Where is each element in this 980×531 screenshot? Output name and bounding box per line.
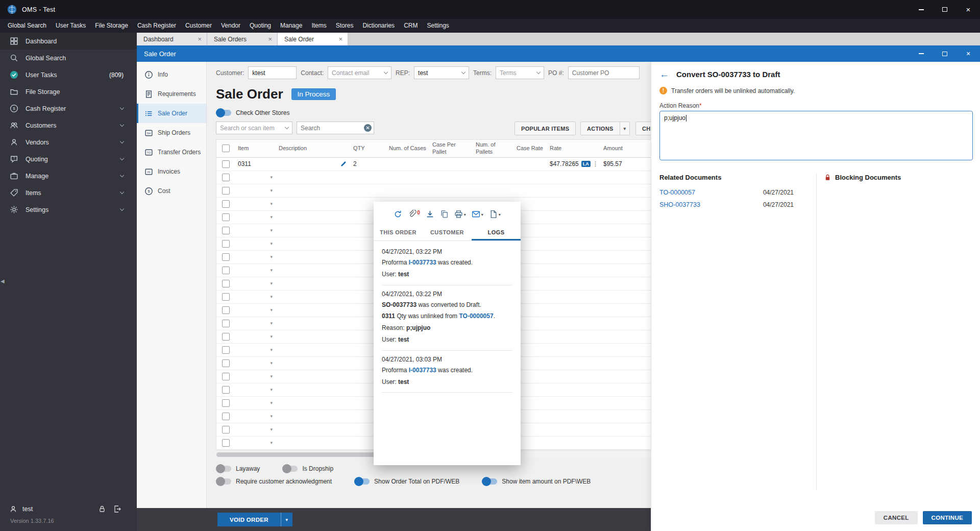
row-checkbox[interactable] (222, 359, 230, 367)
item-select-cell[interactable]: ▾ (235, 410, 276, 423)
chevron-down-icon[interactable]: ▾ (270, 400, 273, 405)
nav-item-cost[interactable]: $ Cost (137, 181, 206, 201)
item-select-cell[interactable]: ▾ (235, 237, 276, 250)
chevron-down-icon[interactable]: ▾ (270, 254, 273, 259)
tab-customer[interactable]: CUSTOMER (423, 224, 472, 240)
row-menu-icon[interactable]: ⋮ (593, 160, 599, 167)
chevron-down-icon[interactable]: ▾ (270, 440, 273, 445)
cancel-button[interactable]: CANCEL (875, 511, 918, 524)
sidebar-item-global-search[interactable]: Global Search (0, 50, 137, 66)
row-checkbox[interactable] (222, 213, 230, 221)
row-checkbox[interactable] (222, 333, 230, 341)
refresh-icon[interactable] (394, 210, 402, 219)
chevron-down-icon[interactable]: ▾ (270, 228, 273, 233)
row-checkbox[interactable] (222, 280, 230, 287)
show-item-amount-toggle[interactable] (482, 478, 497, 485)
sidebar-item-items[interactable]: Items (0, 184, 137, 201)
item-select-cell[interactable]: ▾ (235, 357, 276, 370)
nav-item-sale-order[interactable]: Sale Order (137, 104, 206, 123)
transfer-order-link[interactable]: TO-0000057 (459, 312, 493, 320)
item-select-cell[interactable]: ▾ (235, 317, 276, 330)
chevron-down-icon[interactable]: ▾ (270, 334, 273, 339)
item-select-cell[interactable]: ▾ (235, 304, 276, 317)
row-checkbox[interactable] (222, 413, 230, 420)
nav-item-invoices[interactable]: IN Invoices (137, 162, 206, 181)
lock-icon[interactable] (98, 505, 106, 513)
item-select-cell[interactable]: ▾ (235, 277, 276, 290)
row-checkbox[interactable] (222, 399, 230, 407)
void-order-button[interactable]: VOID ORDER ▾ (217, 513, 292, 526)
menu-item[interactable]: Manage (276, 19, 307, 33)
chevron-down-icon[interactable]: ▾ (270, 214, 273, 220)
row-checkbox[interactable] (222, 160, 230, 168)
item-select-cell[interactable]: ▾ (235, 224, 276, 237)
export-document-icon[interactable]: ▾ (489, 210, 501, 219)
tab-this-order[interactable]: THIS ORDER (374, 224, 423, 240)
item-select-cell[interactable]: ▾ (235, 423, 276, 436)
chevron-down-icon[interactable]: ▾ (270, 374, 273, 379)
invoice-link[interactable]: I-0037733 (409, 259, 436, 266)
chevron-down-icon[interactable]: ▾ (270, 321, 273, 326)
row-checkbox[interactable] (222, 386, 230, 394)
require-ack-toggle[interactable] (216, 478, 231, 485)
chevron-down-icon[interactable]: ▾ (270, 201, 273, 206)
download-icon[interactable] (426, 210, 434, 219)
logout-icon[interactable] (113, 505, 121, 513)
row-checkbox[interactable] (222, 439, 230, 447)
chevron-down-icon[interactable]: ▾ (270, 360, 273, 366)
chevron-down-icon[interactable]: ▾ (270, 175, 273, 180)
menu-item[interactable]: CRM (399, 19, 422, 33)
maximize-button[interactable] (933, 0, 957, 19)
sidebar-item-cash-register[interactable]: $ Cash Register (0, 100, 137, 117)
chevron-down-icon[interactable]: ▾ (270, 307, 273, 312)
sidebar-item-manage[interactable]: Manage (0, 167, 137, 184)
menu-item[interactable]: User Tasks (51, 19, 90, 33)
menu-item[interactable]: Customer (181, 19, 216, 33)
item-select-cell[interactable]: ▾ (235, 264, 276, 277)
row-checkbox[interactable] (222, 306, 230, 314)
menu-item[interactable]: Vendor (216, 19, 245, 33)
clear-search-icon[interactable]: ✕ (364, 124, 372, 132)
chevron-down-icon[interactable]: ▾ (281, 513, 292, 526)
chevron-down-icon[interactable]: ▾ (270, 347, 273, 352)
nav-item-info[interactable]: Info (137, 65, 206, 84)
show-order-total-toggle[interactable] (354, 478, 370, 485)
close-icon[interactable]: × (268, 36, 272, 42)
close-button[interactable]: × (957, 0, 980, 19)
item-select-cell[interactable]: ▾ (235, 397, 276, 409)
edit-pencil-icon[interactable] (340, 160, 347, 167)
row-checkbox[interactable] (222, 293, 230, 301)
menu-item[interactable]: Stores (331, 19, 358, 33)
tab-dashboard[interactable]: Dashboard × (137, 33, 207, 45)
sidebar-item-file-storage[interactable]: File Storage (0, 83, 137, 100)
item-select-cell[interactable]: ▾ (235, 171, 276, 184)
document-link[interactable]: SHO-0037733 (659, 201, 700, 208)
chevron-down-icon[interactable]: ▾ (270, 294, 273, 299)
item-select-cell[interactable]: ▾ (235, 198, 276, 210)
sidebar-item-settings[interactable]: Settings (0, 201, 137, 218)
chevron-down-icon[interactable]: ▾ (270, 268, 273, 273)
chevron-down-icon[interactable]: ▾ (270, 427, 273, 432)
menu-item[interactable]: Items (307, 19, 331, 33)
sidebar-collapse-icon[interactable]: ◀ (1, 278, 5, 284)
search-input[interactable] (297, 122, 374, 134)
restore-button[interactable] (933, 45, 957, 62)
item-select-cell[interactable]: ▾ (235, 211, 276, 224)
print-icon[interactable]: ▾ (454, 210, 466, 219)
check-other-stores-toggle[interactable] (216, 110, 231, 116)
row-checkbox[interactable] (222, 187, 230, 195)
nav-item-requirements[interactable]: Requirements (137, 84, 206, 104)
item-select-cell[interactable]: ▾ (235, 344, 276, 356)
item-select-cell[interactable]: ▾ (235, 437, 276, 449)
row-checkbox[interactable] (222, 346, 230, 354)
back-arrow-icon[interactable]: ← (659, 69, 669, 79)
customer-input[interactable] (248, 66, 297, 79)
row-checkbox[interactable] (222, 253, 230, 261)
close-icon[interactable]: × (338, 36, 342, 42)
row-checkbox[interactable] (222, 320, 230, 327)
sidebar-item-quoting[interactable]: ? Quoting (0, 151, 137, 167)
row-checkbox[interactable] (222, 227, 230, 234)
item-select-cell[interactable]: ▾ (235, 330, 276, 343)
row-checkbox[interactable] (222, 240, 230, 248)
chevron-down-icon[interactable]: ▾ (270, 188, 273, 193)
